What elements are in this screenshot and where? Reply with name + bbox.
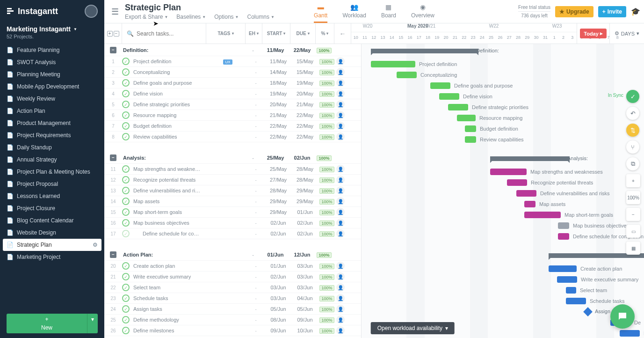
workload-button[interactable]: Open workload availability ▾: [371, 322, 455, 334]
task-row[interactable]: 25✓Define methodology-08/Jun09/Jun100%👤: [104, 315, 361, 325]
top-menu-item[interactable]: Columns ▼: [247, 14, 275, 20]
sidebar-project-item[interactable]: 📄Planning Meeting: [0, 68, 104, 81]
view-tab[interactable]: ▦Board: [381, 3, 396, 23]
task-row[interactable]: 17✓Define schedule for co…-02/Jun02/Jun1…: [104, 228, 361, 239]
sidebar-project-item[interactable]: 📄SWOT Analysis: [0, 56, 104, 68]
top-menu-item[interactable]: Options ▼: [214, 14, 239, 20]
gantt-bar[interactable]: Recognize potential threats: [507, 179, 527, 186]
check-icon[interactable]: ✓: [122, 198, 130, 205]
collapse-icon[interactable]: −: [110, 47, 116, 53]
view-tab[interactable]: ◉Overview: [411, 3, 434, 23]
check-icon[interactable]: ✓: [122, 305, 130, 313]
gantt-bar[interactable]: Write executive summary: [557, 276, 577, 283]
gantt-bar[interactable]: Define schedule for completion: [558, 233, 569, 240]
sidebar-project-item[interactable]: 📄Product Management: [0, 117, 104, 129]
grid-icon[interactable]: ▦: [626, 242, 640, 255]
check-icon[interactable]: ✓: [122, 111, 130, 119]
search-input[interactable]: [137, 30, 201, 37]
col-start[interactable]: START▾: [262, 23, 290, 44]
gantt-bar[interactable]: Conceptualizing: [397, 72, 417, 78]
assignee-icon[interactable]: 👤: [336, 79, 345, 87]
dependencies-icon[interactable]: ⑂: [626, 140, 639, 154]
sidebar-project-item[interactable]: 📄Strategic Plan⚙: [3, 239, 101, 251]
check-icon[interactable]: ✓: [122, 90, 130, 97]
assignee-icon[interactable]: 👤: [336, 68, 345, 76]
sidebar-project-item[interactable]: 📄Action Plan: [0, 105, 104, 117]
assignee-icon[interactable]: 👤: [336, 186, 345, 195]
top-menu-item[interactable]: Export & Share ▼: [125, 14, 168, 20]
section-row[interactable]: −Definition:-11/May22/May100%: [104, 44, 361, 56]
gantt-bar[interactable]: Define goals and purpose: [430, 82, 450, 89]
gantt-bar[interactable]: Map strengths and weaknesses: [490, 169, 527, 175]
task-row[interactable]: 26✓Define milestones-09/Jun10/Jun100%👤: [104, 325, 361, 336]
col-back[interactable]: ←: [334, 23, 351, 44]
zoom-in[interactable]: +: [626, 174, 640, 187]
task-row[interactable]: 16✓Map business objectives-02/Jun02/Jun1…: [104, 218, 361, 228]
section-gantt-bar[interactable]: [371, 49, 478, 53]
today-button[interactable]: Today ▸: [580, 29, 607, 38]
assignee-icon[interactable]: 👤: [336, 89, 345, 98]
gantt-bar[interactable]: Schedule tasks: [566, 298, 586, 304]
task-row[interactable]: 15✓Map short-term goals-29/May01/Jun100%…: [104, 207, 361, 218]
task-row[interactable]: 12✓Recognize potential threats-27/May28/…: [104, 175, 361, 185]
check-icon[interactable]: ✓: [122, 133, 130, 140]
assignee-icon[interactable]: 👤: [336, 316, 345, 324]
task-row[interactable]: 6✓Resource mapping-21/May22/May100%👤: [104, 110, 361, 121]
check-icon[interactable]: ✓: [122, 79, 130, 87]
check-icon[interactable]: ✓: [122, 176, 130, 184]
zoom-level[interactable]: 100%: [626, 191, 640, 204]
expand-icon[interactable]: +: [107, 31, 113, 37]
gantt-bar[interactable]: Map short-term goals: [524, 212, 561, 218]
task-row[interactable]: 7✓Budget definition-22/May22/May100%👤: [104, 121, 361, 132]
sidebar-project-item[interactable]: 📄Mobile App Development: [0, 81, 104, 93]
undo-icon[interactable]: ↶: [626, 107, 639, 120]
gear-icon[interactable]: ⚙: [93, 242, 98, 248]
zoom-units[interactable]: ⚙ DAYS ▾: [609, 23, 644, 44]
task-row[interactable]: 5✓Define strategic priorities-20/May21/M…: [104, 99, 361, 110]
check-icon[interactable]: ✓: [122, 273, 130, 280]
sidebar-project-item[interactable]: 📄Project Proposal: [0, 178, 104, 190]
sidebar-project-item[interactable]: 📄Project Plan & Meeting Notes: [0, 166, 104, 178]
assignee-icon[interactable]: 👤: [336, 111, 345, 119]
sidebar-project-item[interactable]: 📄Blog Content Calendar: [0, 214, 104, 227]
task-row[interactable]: 22✓Select team-03/Jun03/Jun100%👤: [104, 282, 361, 293]
task-row[interactable]: 8✓Review capabilities-22/May22/May100%👤: [104, 132, 361, 142]
task-row[interactable]: 21✓Write executive summary-02/Jun03/Jun1…: [104, 272, 361, 282]
assignee-icon[interactable]: 👤: [336, 197, 345, 206]
check-icon[interactable]: ✓: [122, 219, 130, 227]
new-project-button[interactable]: +New ▾: [7, 314, 98, 333]
gantt-bar[interactable]: Define milestones: [620, 330, 640, 337]
expand-collapse[interactable]: +−: [104, 23, 122, 44]
section-row[interactable]: −Analysis:-25/May02/Jun100%: [104, 152, 361, 164]
task-row[interactable]: 2✓Conceptualizing-14/May15/May100%👤: [104, 67, 361, 78]
check-icon[interactable]: ✓: [122, 327, 130, 334]
assignee-icon[interactable]: 👤: [336, 262, 345, 270]
gantt-bar[interactable]: Select team: [566, 287, 576, 294]
assignee-icon[interactable]: 👤: [336, 176, 345, 184]
gantt-bar[interactable]: Map business objectives: [558, 222, 569, 229]
col-eh[interactable]: EH▾: [246, 23, 262, 44]
help-icon[interactable]: 🎓: [631, 7, 640, 16]
assignee-icon[interactable]: 👤: [336, 294, 345, 302]
upgrade-button[interactable]: ★ Upgrade: [555, 6, 593, 17]
invite-button[interactable]: + Invite: [598, 6, 626, 17]
assignee-icon[interactable]: 👤: [336, 100, 345, 109]
task-row[interactable]: 23✓Schedule tasks-03/Jun04/Jun100%👤: [104, 293, 361, 304]
collapse-icon[interactable]: −: [114, 31, 119, 37]
gantt-bar[interactable]: Budget definition: [465, 125, 476, 132]
chevron-down-icon[interactable]: ▾: [87, 314, 98, 333]
sidebar-project-item[interactable]: 📄Marketing Project: [0, 251, 104, 263]
check-icon[interactable]: ✓: [122, 101, 130, 108]
check-icon[interactable]: ✓: [122, 165, 130, 173]
sidebar-project-item[interactable]: 📄Annual Strategy: [0, 154, 104, 166]
fit-icon[interactable]: ▭: [626, 225, 640, 238]
check-icon[interactable]: ✓: [122, 284, 130, 291]
sidebar-project-item[interactable]: 📄Feature Planning: [0, 44, 104, 56]
task-row[interactable]: 14✓Map assets-29/May29/May100%👤: [104, 196, 361, 207]
col-due[interactable]: DUE▾: [290, 23, 316, 44]
task-row[interactable]: 24✓Assign tasks-05/Jun05/Jun100%👤: [104, 304, 361, 315]
copy-icon[interactable]: ⧉: [626, 157, 639, 170]
check-icon[interactable]: ✓: [122, 316, 130, 323]
collapse-icon[interactable]: −: [110, 154, 116, 161]
gantt-bar[interactable]: Define vision: [439, 93, 459, 100]
